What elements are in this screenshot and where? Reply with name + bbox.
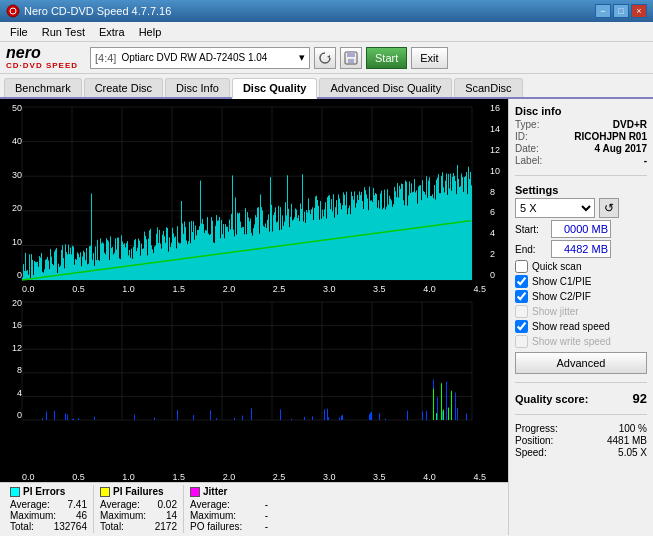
- pi-errors-max-label: Maximum:: [10, 510, 56, 521]
- jitter-color: [190, 487, 200, 497]
- drive-selector[interactable]: [4:4] Optiarc DVD RW AD-7240S 1.04 ▾: [90, 47, 310, 69]
- jitter-po-value: -: [265, 521, 268, 532]
- pi-failures-avg-label: Average:: [100, 499, 140, 510]
- tab-advanced-disc-quality[interactable]: Advanced Disc Quality: [319, 78, 452, 97]
- tab-disc-info[interactable]: Disc Info: [165, 78, 230, 97]
- menu-extra[interactable]: Extra: [93, 24, 131, 40]
- refresh-icon: [318, 51, 332, 65]
- pi-errors-total-value: 132764: [54, 521, 87, 532]
- show-c2-pif-label: Show C2/PIF: [532, 291, 591, 302]
- settings-title: Settings: [515, 184, 647, 196]
- dropdown-arrow-icon: ▾: [299, 51, 305, 64]
- speed-label: Speed:: [515, 447, 547, 458]
- advanced-button[interactable]: Advanced: [515, 352, 647, 374]
- maximize-button[interactable]: □: [613, 4, 629, 18]
- tab-scandisc[interactable]: ScanDisc: [454, 78, 522, 97]
- progress-section: Progress: 100 % Position: 4481 MB Speed:…: [515, 423, 647, 459]
- pi-failures-color: [100, 487, 110, 497]
- menu-help[interactable]: Help: [133, 24, 168, 40]
- pi-errors-avg-label: Average:: [10, 499, 50, 510]
- svg-rect-5: [348, 59, 354, 63]
- svg-rect-4: [347, 52, 355, 57]
- pi-failures-label: PI Failures: [113, 486, 164, 497]
- show-write-speed-checkbox[interactable]: [515, 335, 528, 348]
- show-write-speed-label: Show write speed: [532, 336, 611, 347]
- start-input[interactable]: [551, 220, 611, 238]
- show-read-speed-checkbox[interactable]: [515, 320, 528, 333]
- save-icon: [344, 51, 358, 65]
- pi-errors-avg-value: 7.41: [68, 499, 87, 510]
- show-jitter-checkbox[interactable]: [515, 305, 528, 318]
- logo: nero CD·DVD SPEED: [6, 45, 78, 70]
- minimize-button[interactable]: −: [595, 4, 611, 18]
- stats-bar: PI Errors Average: 7.41 Maximum: 46 Tota…: [0, 482, 508, 535]
- disc-id-label: ID:: [515, 131, 528, 142]
- pi-errors-color: [10, 487, 20, 497]
- top-chart: 50 40 30 20 10 0 16 14 12 10 8 6 4 2 0: [0, 99, 508, 284]
- disc-label-label: Label:: [515, 155, 542, 166]
- exit-button[interactable]: Exit: [411, 47, 447, 69]
- close-button[interactable]: ×: [631, 4, 647, 18]
- svg-point-0: [7, 5, 19, 17]
- window-controls: − □ ×: [595, 4, 647, 18]
- show-read-speed-label: Show read speed: [532, 321, 610, 332]
- quick-scan-label: Quick scan: [532, 261, 581, 272]
- tab-benchmark[interactable]: Benchmark: [4, 78, 82, 97]
- show-c1-pie-checkbox[interactable]: [515, 275, 528, 288]
- progress-label: Progress:: [515, 423, 558, 434]
- tab-create-disc[interactable]: Create Disc: [84, 78, 163, 97]
- save-icon-btn[interactable]: [340, 47, 362, 69]
- jitter-stat: Jitter Average: - Maximum: - PO failures…: [184, 485, 274, 533]
- end-input[interactable]: [551, 240, 611, 258]
- tabs: Benchmark Create Disc Disc Info Disc Qua…: [0, 74, 653, 99]
- pi-errors-label: PI Errors: [23, 486, 65, 497]
- disc-date-value: 4 Aug 2017: [595, 143, 647, 154]
- position-value: 4481 MB: [607, 435, 647, 446]
- bottom-chart: 20 16 12 8 4 0: [0, 294, 508, 472]
- show-jitter-label: Show jitter: [532, 306, 579, 317]
- menu-file[interactable]: File: [4, 24, 34, 40]
- pi-errors-stat: PI Errors Average: 7.41 Maximum: 46 Tota…: [4, 485, 94, 533]
- speed-value: 5.05 X: [618, 447, 647, 458]
- app-title: Nero CD-DVD Speed 4.7.7.16: [24, 5, 171, 17]
- pi-failures-avg-value: 0.02: [158, 499, 177, 510]
- pi-failures-max-value: 14: [166, 510, 177, 521]
- menu-runtest[interactable]: Run Test: [36, 24, 91, 40]
- right-panel: Disc info Type: DVD+R ID: RICOHJPN R01 D…: [508, 99, 653, 535]
- pi-errors-max-value: 46: [76, 510, 87, 521]
- divider-2: [515, 382, 647, 383]
- settings-refresh-button[interactable]: ↺: [599, 198, 619, 218]
- tab-disc-quality[interactable]: Disc Quality: [232, 78, 318, 99]
- jitter-max-value: -: [265, 510, 268, 521]
- end-label: End:: [515, 244, 547, 255]
- disc-label-value: -: [644, 155, 647, 166]
- settings-section: Settings 5 X ↺ Start: End: Quick scan: [515, 184, 647, 374]
- quality-score-section: Quality score: 92: [515, 391, 647, 406]
- pi-failures-max-label: Maximum:: [100, 510, 146, 521]
- jitter-avg-value: -: [265, 499, 268, 510]
- disc-date-label: Date:: [515, 143, 539, 154]
- disc-info-section: Disc info Type: DVD+R ID: RICOHJPN R01 D…: [515, 105, 647, 167]
- disc-info-title: Disc info: [515, 105, 647, 117]
- show-c2-pif-checkbox[interactable]: [515, 290, 528, 303]
- pi-failures-total-label: Total:: [100, 521, 124, 532]
- pi-failures-total-value: 2172: [155, 521, 177, 532]
- start-label: Start:: [515, 224, 547, 235]
- toolbar: nero CD·DVD SPEED [4:4] Optiarc DVD RW A…: [0, 42, 653, 74]
- speed-selector[interactable]: 5 X: [515, 198, 595, 218]
- progress-value: 100 %: [619, 423, 647, 434]
- quick-scan-checkbox[interactable]: [515, 260, 528, 273]
- refresh-icon-btn[interactable]: [314, 47, 336, 69]
- disc-type-value: DVD+R: [613, 119, 647, 130]
- app-icon: [6, 4, 20, 18]
- drive-name: Optiarc DVD RW AD-7240S 1.04: [121, 52, 297, 63]
- quality-score-label: Quality score:: [515, 393, 588, 405]
- jitter-label: Jitter: [203, 486, 227, 497]
- main-content: 50 40 30 20 10 0 16 14 12 10 8 6 4 2 0: [0, 99, 653, 535]
- disc-type-label: Type:: [515, 119, 539, 130]
- jitter-max-label: Maximum:: [190, 510, 236, 521]
- pi-errors-total-label: Total:: [10, 521, 34, 532]
- show-c1-pie-label: Show C1/PIE: [532, 276, 591, 287]
- menu-bar: File Run Test Extra Help: [0, 22, 653, 42]
- start-button[interactable]: Start: [366, 47, 407, 69]
